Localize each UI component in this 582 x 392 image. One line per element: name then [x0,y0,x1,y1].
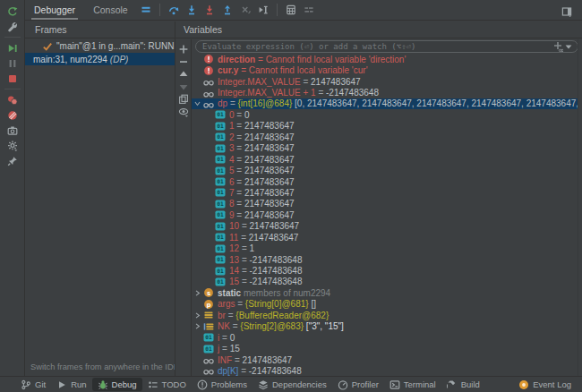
show-execution-point-button[interactable] [138,2,154,18]
step-into-button[interactable] [184,2,200,18]
step-over-button[interactable] [166,2,182,18]
variable-row[interactable]: dp[K] = -2147483648 [192,365,578,376]
tree-indent [192,65,203,76]
view-breakpoints-button[interactable] [3,92,22,107]
camera-button[interactable] [3,123,22,138]
move-down-icon [178,81,189,92]
variable-row[interactable]: 01j = 15 [192,343,578,354]
variable-row[interactable]: 010 = 0 [192,109,578,120]
duplicate-button[interactable] [176,93,191,106]
move-up-icon [178,69,189,80]
variable-row[interactable]: 0111 = 2147483647 [192,232,578,243]
variable-row[interactable]: 012 = 2147483647 [192,132,578,142]
variable-row[interactable]: >sstatic members of num2294 [192,287,578,298]
settings-button[interactable] [3,138,22,153]
chevron-right-icon[interactable]: > [192,287,203,298]
scrollbar-track[interactable] [578,39,578,376]
variable-row[interactable]: 011 = 2147483647 [192,121,578,132]
variable-row[interactable]: Integer.MAX_VALUE = 2147483647 [192,76,578,87]
pin-icon [7,156,18,166]
move-up-button[interactable] [176,68,191,81]
force-step-into-button[interactable] [201,2,218,18]
chevron-down-icon[interactable]: > [192,98,203,109]
drop-frame-button[interactable] [237,2,253,18]
variable-row[interactable]: 016 = 2147483647 [192,176,578,187]
pin-button[interactable] [3,153,22,168]
add-to-watches-icon[interactable] [552,41,563,52]
toolwindow-button-build[interactable]: Build [441,378,485,391]
mute-breakpoints-button[interactable] [3,107,22,123]
stop-button[interactable] [3,71,22,86]
variable-row[interactable]: >dp = {int[16]@684} [0, 2147483647, 2147… [192,98,578,109]
svg-text:01: 01 [217,167,224,174]
thread-selector[interactable]: "main"@1 in g...main": RUNNING [25,39,175,53]
watch-error-row[interactable]: direction = Cannot find local variable '… [192,54,578,64]
restore-layout-button[interactable] [559,4,575,20]
chevron-right-icon[interactable]: > [192,321,203,332]
toolwindow-button-git[interactable]: Git [15,378,51,391]
variable-row[interactable]: 0114 = -2147483648 [192,265,578,276]
tree-indent [203,176,215,187]
variable-row[interactable]: 0115 = -2147483648 [192,277,578,287]
frames-panel-header: Frames [25,21,175,38]
stream-trace-icon [304,4,314,15]
dependencies-icon [258,379,269,390]
variable-row[interactable]: 0110 = 2147483647 [192,221,578,232]
variable-row[interactable]: 0113 = -2147483648 [192,254,578,265]
tree-indent [203,121,215,132]
stream-trace-button[interactable] [301,2,317,18]
toolwindow-button-profiler[interactable]: Profiler [332,378,384,391]
toolwindow-button-debug[interactable]: Debug [92,378,142,391]
chevron-down-icon[interactable] [563,41,574,52]
profiler-icon [338,379,348,390]
primitive-icon: 01 [203,344,214,354]
variable-row[interactable]: 013 = 2147483647 [192,143,578,154]
toolwindow-button-event-log[interactable]: Event Log [513,378,577,391]
frame-row[interactable]: main:31, num2294 (DP) [25,53,175,65]
watch-error-row[interactable]: cur.y = Cannot find local variable 'cur' [192,64,578,75]
variable-row[interactable]: 015 = 2147483647 [192,165,578,175]
variable-row[interactable]: 01i = 0 [192,332,578,343]
evaluate-expression-button[interactable] [283,2,299,18]
chevron-right-icon[interactable]: > [192,310,203,320]
toolwindow-button-terminal[interactable]: Terminal [384,378,441,391]
toolwindow-button-todo[interactable]: TODO [142,378,192,391]
variable-row[interactable]: 014 = 2147483647 [192,154,578,165]
toolwindow-button-problems[interactable]: Problems [192,378,252,391]
duplicate-icon [178,94,189,105]
show-watches-button[interactable] [176,106,191,118]
resume-button[interactable] [3,40,22,55]
toolwindow-button-run[interactable]: Run [51,378,91,391]
svg-text:p: p [206,301,210,308]
rerun-button[interactable] [3,4,22,19]
error-icon [203,65,214,76]
remove-button[interactable] [176,55,191,68]
variable-row[interactable]: INF = 2147483647 [192,354,578,365]
tab-debugger[interactable]: Debugger [25,0,84,21]
error-icon [203,54,214,64]
variable-row[interactable]: 0112 = 1 [192,243,578,253]
add-button[interactable] [176,43,191,55]
force-step-into-icon [204,4,215,15]
variable-row[interactable]: 019 = 2147483647 [192,209,578,220]
tree-indent [192,344,203,354]
evaluate-expression-input[interactable] [202,42,552,51]
watch-icon [203,88,214,98]
variable-row[interactable]: 018 = 2147483647 [192,199,578,209]
wrench-button[interactable] [3,19,22,34]
variable-row[interactable]: Integer.MAX_VALUE + 1 = -2147483648 [192,87,578,98]
run-to-cursor-button[interactable] [255,2,271,18]
variable-row[interactable]: 017 = 2147483647 [192,187,578,198]
tab-console[interactable]: Console [84,0,137,21]
toolwindow-button-dependencies[interactable]: Dependencies [252,378,332,391]
step-out-button[interactable] [219,2,235,18]
variable-row[interactable]: >br = {BufferedReader@682} [192,310,578,320]
variable-row[interactable]: >NK = {String[2]@683} ["3", "15"] [192,321,578,332]
frame-location: main:31, num2294 [33,55,107,64]
svg-text:01: 01 [217,112,224,118]
move-down-button[interactable] [176,81,191,93]
variable-row[interactable]: pargs = {String[0]@681} [] [192,299,578,310]
pause-button[interactable] [3,55,22,71]
step-out-icon [222,4,233,15]
tree-indent [203,166,215,176]
